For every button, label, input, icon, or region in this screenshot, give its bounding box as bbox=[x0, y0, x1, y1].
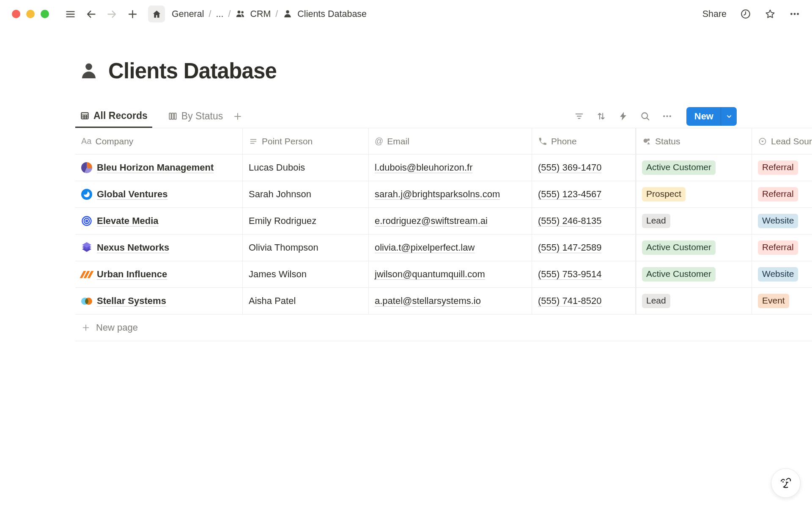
column-header-status[interactable]: Status bbox=[636, 128, 752, 154]
email-link[interactable]: olivia.t@pixelperfect.law bbox=[375, 242, 475, 253]
more-options-icon[interactable] bbox=[789, 8, 800, 19]
phone-cell[interactable]: (555) 246-8135 bbox=[532, 208, 636, 234]
lead-source-cell[interactable]: Website bbox=[752, 208, 812, 234]
breadcrumb-item-clients-database[interactable]: Clients Database bbox=[297, 9, 367, 19]
new-button[interactable]: New bbox=[686, 107, 721, 126]
lead-source-cell[interactable]: Referral bbox=[752, 235, 812, 261]
page-title[interactable]: Clients Database bbox=[108, 58, 277, 83]
point-person-cell[interactable]: Emily Rodriguez bbox=[243, 208, 369, 234]
phone-cell[interactable]: (555) 147-2589 bbox=[532, 235, 636, 261]
bleu-horizon-logo-icon bbox=[81, 162, 92, 173]
phone-cell[interactable]: (555) 369-1470 bbox=[532, 155, 636, 181]
point-person-cell[interactable]: James Wilson bbox=[243, 261, 369, 287]
email-cell[interactable]: olivia.t@pixelperfect.law bbox=[369, 235, 532, 261]
filter-icon[interactable] bbox=[574, 111, 584, 121]
column-header-company[interactable]: Aa Company bbox=[75, 128, 243, 154]
email-link[interactable]: e.rodriguez@swiftstream.ai bbox=[375, 215, 488, 226]
global-ventures-logo-icon bbox=[81, 189, 92, 200]
table-row: Bleu Horizon Management Lucas Dubois l.d… bbox=[75, 155, 812, 181]
minimize-button[interactable] bbox=[26, 10, 35, 18]
column-header-lead-source[interactable]: Lead Source bbox=[752, 128, 812, 154]
phone-link[interactable]: (555) 147-2589 bbox=[538, 242, 601, 253]
status-cell[interactable]: Lead bbox=[636, 288, 752, 314]
company-link[interactable]: Urban Influence bbox=[97, 269, 167, 280]
board-view-icon bbox=[168, 111, 178, 121]
phone-link[interactable]: (555) 741-8520 bbox=[538, 295, 601, 306]
zoom-button[interactable] bbox=[41, 10, 49, 18]
point-person-cell[interactable]: Sarah Johnson bbox=[243, 181, 369, 207]
phone-cell[interactable]: (555) 123-4567 bbox=[532, 181, 636, 207]
column-header-label: Point Person bbox=[262, 136, 313, 146]
breadcrumb-item-crm[interactable]: CRM bbox=[250, 9, 271, 19]
company-link[interactable]: Bleu Horizon Management bbox=[97, 162, 214, 173]
tab-by-status[interactable]: By Status bbox=[163, 105, 228, 128]
status-cell[interactable]: Prospect bbox=[636, 181, 752, 207]
notion-ai-button[interactable] bbox=[771, 468, 801, 498]
company-cell[interactable]: Nexus Networks bbox=[75, 235, 243, 261]
point-person-text: Aisha Patel bbox=[249, 295, 296, 306]
email-link[interactable]: jwilson@quantumquill.com bbox=[375, 269, 485, 280]
close-button[interactable] bbox=[12, 10, 20, 18]
favorite-star-icon[interactable] bbox=[765, 8, 776, 19]
status-cell[interactable]: Lead bbox=[636, 208, 752, 234]
lead-source-cell[interactable]: Referral bbox=[752, 181, 812, 207]
company-link[interactable]: Elevate Media bbox=[97, 215, 159, 226]
home-button[interactable] bbox=[148, 6, 165, 22]
phone-link[interactable]: (555) 246-8135 bbox=[538, 215, 601, 226]
column-header-label: Email bbox=[387, 136, 409, 146]
breadcrumb-item-general[interactable]: General bbox=[172, 9, 204, 19]
phone-link[interactable]: (555) 369-1470 bbox=[538, 162, 601, 173]
status-cell[interactable]: Active Customer bbox=[636, 235, 752, 261]
automation-bolt-icon[interactable] bbox=[618, 111, 628, 121]
column-header-phone[interactable]: Phone bbox=[532, 128, 636, 154]
email-cell[interactable]: sarah.j@brightsparksolns.com bbox=[369, 181, 532, 207]
tab-all-records[interactable]: All Records bbox=[75, 105, 152, 128]
point-person-cell[interactable]: Lucas Dubois bbox=[243, 155, 369, 181]
email-link[interactable]: a.patel@stellarsystems.io bbox=[375, 295, 481, 306]
share-button[interactable]: Share bbox=[702, 9, 727, 19]
lead-source-cell[interactable]: Website bbox=[752, 261, 812, 287]
status-badge: Active Customer bbox=[642, 240, 716, 254]
phone-cell[interactable]: (555) 741-8520 bbox=[532, 288, 636, 314]
status-cell[interactable]: Active Customer bbox=[636, 261, 752, 287]
phone-cell[interactable]: (555) 753-9514 bbox=[532, 261, 636, 287]
search-icon[interactable] bbox=[640, 111, 650, 121]
tab-label: All Records bbox=[93, 110, 148, 121]
email-link[interactable]: sarah.j@brightsparksolns.com bbox=[375, 189, 500, 200]
phone-link[interactable]: (555) 123-4567 bbox=[538, 189, 601, 200]
history-clock-icon[interactable] bbox=[740, 8, 751, 19]
add-view-icon[interactable] bbox=[233, 111, 243, 121]
company-cell[interactable]: Bleu Horizon Management bbox=[75, 155, 243, 181]
column-header-email[interactable]: @ Email bbox=[369, 128, 532, 154]
company-cell[interactable]: Elevate Media bbox=[75, 208, 243, 234]
company-cell[interactable]: Urban Influence bbox=[75, 261, 243, 287]
company-link[interactable]: Global Ventures bbox=[97, 189, 168, 200]
phone-link[interactable]: (555) 753-9514 bbox=[538, 269, 601, 280]
lead-source-cell[interactable]: Referral bbox=[752, 155, 812, 181]
breadcrumb-item-ellipsis[interactable]: ... bbox=[216, 9, 223, 19]
company-cell[interactable]: Stellar Systems bbox=[75, 288, 243, 314]
company-link[interactable]: Nexus Networks bbox=[97, 242, 169, 253]
point-person-cell[interactable]: Olivia Thompson bbox=[243, 235, 369, 261]
new-page-row[interactable]: New page bbox=[75, 315, 812, 341]
view-options-icon[interactable] bbox=[662, 111, 672, 121]
sidebar-menu-icon[interactable] bbox=[65, 8, 76, 20]
email-cell[interactable]: e.rodriguez@swiftstream.ai bbox=[369, 208, 532, 234]
point-person-cell[interactable]: Aisha Patel bbox=[243, 288, 369, 314]
new-tab-icon[interactable] bbox=[127, 8, 138, 20]
new-dropdown-button[interactable] bbox=[721, 107, 737, 126]
status-cell[interactable]: Active Customer bbox=[636, 155, 752, 181]
email-link[interactable]: l.dubois@bleuhorizon.fr bbox=[375, 162, 472, 173]
forward-icon[interactable] bbox=[106, 8, 118, 20]
email-cell[interactable]: a.patel@stellarsystems.io bbox=[369, 288, 532, 314]
back-icon[interactable] bbox=[85, 8, 97, 20]
company-link[interactable]: Stellar Systems bbox=[97, 295, 166, 306]
stellar-systems-logo-icon bbox=[81, 295, 92, 306]
email-cell[interactable]: l.dubois@bleuhorizon.fr bbox=[369, 155, 532, 181]
page-person-icon[interactable] bbox=[79, 61, 99, 81]
email-cell[interactable]: jwilson@quantumquill.com bbox=[369, 261, 532, 287]
lead-source-cell[interactable]: Event bbox=[752, 288, 812, 314]
company-cell[interactable]: Global Ventures bbox=[75, 181, 243, 207]
column-header-point-person[interactable]: Point Person bbox=[243, 128, 369, 154]
sort-icon[interactable] bbox=[596, 111, 606, 121]
